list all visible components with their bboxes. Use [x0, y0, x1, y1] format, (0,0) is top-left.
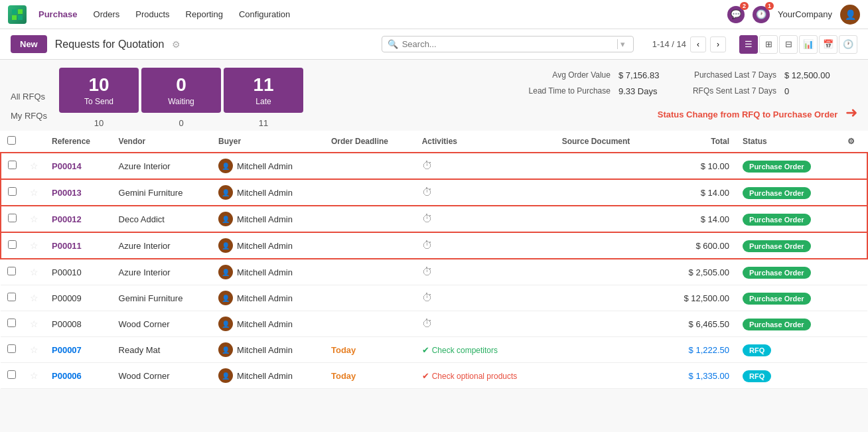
- activity-text[interactable]: Check competitors: [432, 346, 498, 355]
- vendor-link[interactable]: Wood Corner: [119, 319, 170, 329]
- metrics-grid: Avg Order Value$ 7,156.83Purchased Last …: [529, 70, 857, 96]
- late-card[interactable]: 11 Late: [224, 68, 303, 113]
- activity-clock-icon[interactable]: ⏱: [422, 160, 433, 171]
- reference-link[interactable]: P00009: [52, 293, 82, 303]
- grid-view-button[interactable]: ⊟: [779, 35, 798, 54]
- activity-notification[interactable]: 🕐 1: [753, 6, 770, 23]
- reference-link[interactable]: P00013: [52, 188, 82, 198]
- nav-orders[interactable]: Orders: [87, 5, 127, 23]
- nav-reporting[interactable]: Reporting: [179, 5, 230, 23]
- top-navigation: Purchase Orders Products Reporting Confi…: [0, 0, 868, 29]
- search-input[interactable]: [402, 39, 615, 49]
- action-cell: [841, 363, 867, 389]
- action-cell: [841, 153, 867, 179]
- row-checkbox[interactable]: [8, 240, 17, 249]
- favorite-star[interactable]: ☆: [30, 187, 38, 198]
- vendor-link[interactable]: Gemini Furniture: [119, 293, 183, 303]
- row-checkbox[interactable]: [8, 187, 17, 196]
- total-cell: $ 600.00: [660, 232, 736, 259]
- to-send-card[interactable]: 10 To Send: [59, 68, 139, 113]
- total-cell: $ 2,505.00: [660, 259, 736, 285]
- select-all-checkbox[interactable]: [7, 136, 16, 145]
- activity-clock-icon[interactable]: ⏱: [422, 213, 433, 224]
- waiting-card[interactable]: 0 Waiting: [141, 68, 221, 113]
- prev-page-button[interactable]: ‹: [690, 36, 706, 52]
- filter-header: ⚙: [841, 131, 867, 153]
- row-checkbox[interactable]: [7, 344, 16, 353]
- checkbox-cell: [1, 311, 23, 337]
- kanban-view-button[interactable]: ⊞: [759, 35, 778, 54]
- activity-clock-icon[interactable]: ⏱: [422, 292, 433, 303]
- clock-view-button[interactable]: 🕐: [839, 35, 857, 54]
- vendor-link[interactable]: Azure Interior: [119, 241, 171, 251]
- nav-purchase[interactable]: Purchase: [32, 5, 84, 23]
- nav-products[interactable]: Products: [129, 5, 176, 23]
- settings-icon[interactable]: ⚙: [172, 39, 181, 50]
- activity-cell: ⏱: [415, 206, 555, 232]
- favorite-star[interactable]: ☆: [30, 319, 38, 329]
- to-send-count: 10: [78, 74, 120, 96]
- calendar-view-button[interactable]: 📅: [819, 35, 837, 54]
- reference-link[interactable]: P00010: [52, 267, 82, 277]
- activity-clock-icon[interactable]: ⏱: [422, 186, 433, 198]
- nav-configuration[interactable]: Configuration: [232, 5, 297, 23]
- metric-value: $ 7,156.83: [618, 70, 685, 80]
- row-checkbox[interactable]: [8, 214, 17, 222]
- activity-clock-icon[interactable]: ⏱: [422, 266, 433, 277]
- vendor-link[interactable]: Azure Interior: [119, 161, 171, 171]
- search-dropdown-arrow[interactable]: ▾: [617, 39, 628, 49]
- buyer-cell: 👤 Mitchell Admin: [212, 259, 325, 285]
- table-row: ☆ P00006 Wood Corner 👤 Mitchell Admin To…: [1, 363, 867, 389]
- row-checkbox[interactable]: [7, 267, 16, 275]
- buyer-name: Mitchell Admin: [237, 319, 293, 329]
- annotation-area: Status Change from RFQ to Purchase Order…: [529, 102, 857, 121]
- user-avatar[interactable]: 👤: [840, 5, 860, 25]
- total-value: $ 600.00: [695, 241, 729, 251]
- vendor-cell: Deco Addict: [112, 206, 212, 232]
- metric-label: Purchased Last 7 Days: [693, 70, 776, 81]
- chat-notification[interactable]: 💬 2: [727, 6, 745, 23]
- total-cell: $ 1,222.50: [660, 337, 736, 363]
- row-checkbox[interactable]: [7, 370, 16, 379]
- reference-link[interactable]: P00008: [52, 319, 82, 329]
- deadline-cell: [325, 153, 415, 179]
- total-value: $ 1,222.50: [689, 345, 729, 355]
- top-right-actions: 💬 2 🕐 1 YourCompany 👤: [727, 5, 860, 25]
- vendor-link[interactable]: Gemini Furniture: [119, 188, 183, 198]
- row-checkbox[interactable]: [8, 161, 17, 169]
- favorite-star[interactable]: ☆: [30, 267, 38, 277]
- deadline-cell: [325, 285, 415, 311]
- reference-link[interactable]: P00014: [52, 161, 82, 171]
- activity-text[interactable]: Check optional products: [432, 372, 518, 381]
- action-cell: [841, 259, 867, 285]
- favorite-star[interactable]: ☆: [30, 161, 38, 171]
- activity-red-check-icon: ✔: [422, 371, 429, 381]
- activity-clock-icon[interactable]: ⏱: [422, 318, 433, 329]
- activities-header: Activities: [415, 131, 555, 153]
- vendor-link[interactable]: Deco Addict: [119, 214, 165, 224]
- favorite-star[interactable]: ☆: [30, 240, 38, 251]
- status-cell: Purchase Order: [736, 153, 841, 179]
- activity-clock-icon[interactable]: ⏱: [422, 240, 433, 251]
- reference-link[interactable]: P00006: [52, 371, 82, 381]
- reference-link[interactable]: P00007: [52, 345, 82, 355]
- reference-link[interactable]: P00011: [52, 241, 82, 251]
- vendor-link[interactable]: Ready Mat: [119, 345, 161, 355]
- stats-right: Avg Order Value$ 7,156.83Purchased Last …: [529, 68, 857, 131]
- vendor-link[interactable]: Azure Interior: [119, 267, 171, 277]
- favorite-star[interactable]: ☆: [30, 344, 38, 355]
- deadline-header: Order Deadline: [325, 131, 415, 153]
- next-page-button[interactable]: ›: [710, 36, 726, 52]
- row-checkbox[interactable]: [7, 319, 16, 327]
- favorite-star[interactable]: ☆: [30, 293, 38, 303]
- favorite-star[interactable]: ☆: [30, 370, 38, 381]
- row-checkbox[interactable]: [7, 293, 16, 301]
- chart-view-button[interactable]: 📊: [799, 35, 818, 54]
- reference-link[interactable]: P00012: [52, 214, 82, 224]
- vendor-link[interactable]: Wood Corner: [119, 371, 170, 381]
- status-cell: Purchase Order: [736, 311, 841, 337]
- rfq-cards-row: 10 To Send 0 Waiting 11 Late: [59, 68, 303, 113]
- favorite-star[interactable]: ☆: [30, 214, 38, 224]
- list-view-button[interactable]: ☰: [739, 35, 758, 54]
- new-button[interactable]: New: [11, 35, 47, 53]
